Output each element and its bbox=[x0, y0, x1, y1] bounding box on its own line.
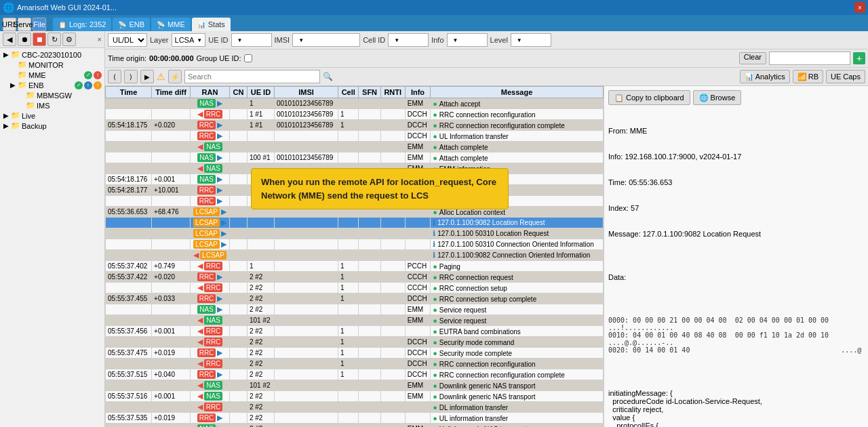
table-row[interactable]: NAS▶ 1 001010123456789 EMM ●Attach accep… bbox=[106, 98, 604, 109]
col-imsi: IMSI bbox=[274, 87, 338, 98]
badge-red: ! bbox=[94, 71, 102, 79]
table-row[interactable]: 05:54:18.175 +0.020 RRC▶ 1 #1 0010101234… bbox=[106, 120, 604, 131]
table-row[interactable]: 05:55:37.456 +0.001 ◀RRC 2 #2 1 ●EUTRA b… bbox=[106, 326, 604, 337]
table-row[interactable]: NAS▶ 2 #2 EMM ●Service request bbox=[106, 304, 604, 315]
uldl-select[interactable]: UL/DL bbox=[108, 33, 147, 47]
table-row[interactable]: NAS▶ 2 #2 EMM ●Uplink generic NAS transp… bbox=[106, 424, 604, 428]
close-button[interactable]: × bbox=[854, 2, 865, 13]
table-row[interactable]: ◀NAS 101 #2 EMM ●Downlink generic NAS tr… bbox=[106, 380, 604, 391]
table-row[interactable]: ◀NAS EMM ●Attach complete bbox=[106, 142, 604, 152]
server-button[interactable]: Server bbox=[18, 18, 31, 31]
table-row[interactable]: LCSAP▶ ℹ127.0.1.100 50310 Location Reque… bbox=[106, 228, 604, 239]
nav-back-button[interactable]: ⟨ bbox=[108, 70, 121, 83]
sidebar-btn-1[interactable]: ◀ bbox=[3, 33, 16, 46]
table-row[interactable]: ◀RRC 2 #2 1 DCCH ●RRC connection reconfi… bbox=[106, 359, 604, 369]
cell-diff bbox=[152, 131, 191, 142]
level-dropdown[interactable]: ▼ bbox=[511, 33, 551, 47]
caps-button[interactable]: UE Caps bbox=[826, 70, 865, 83]
asn-content: initiatingMessage: { procedureCode id-Lo… bbox=[608, 389, 864, 427]
tab-logs[interactable]: 📋 Logs: 2352 bbox=[53, 18, 111, 31]
copy-clipboard-button[interactable]: 📋 Copy to clipboard bbox=[608, 90, 690, 105]
layer-dropdown[interactable]: LCSA ▼ bbox=[172, 33, 206, 47]
cell-rnti bbox=[380, 239, 405, 250]
tree-item-mbmsgw[interactable]: 📁 MBMSGW bbox=[1, 90, 103, 100]
nav-play-button[interactable]: ▶ bbox=[140, 70, 154, 83]
enb-icon: 📡 bbox=[118, 21, 126, 28]
cell-info: DCCH bbox=[405, 120, 430, 131]
tree-item-enb[interactable]: ▶ 📁 ENB ✓ i ! bbox=[1, 80, 103, 90]
cell-imsi bbox=[274, 228, 338, 239]
file-tree: ▶ 📁 CBC-2023010100 📁 MONITOR 📁 MME ✓ ! ▶ bbox=[0, 48, 104, 427]
add-button[interactable]: + bbox=[853, 52, 865, 64]
table-row[interactable]: ◀RRC 2 #2 ●DL information transfer bbox=[106, 402, 604, 413]
table-row[interactable]: 05:55:37.515 +0.040 RRC▶ 2 #2 1 DCCH ●RR… bbox=[106, 369, 604, 380]
cell-imsi: 001010123456789 bbox=[274, 152, 338, 163]
cell-info: PCCH bbox=[405, 261, 430, 272]
table-row[interactable]: ◀NAS 101 #2 EMM ●Service request bbox=[106, 315, 604, 326]
table-row[interactable]: RRC▶ DCCH ●UL Information transfer bbox=[106, 131, 604, 142]
cell-imsi bbox=[274, 348, 338, 359]
table-row[interactable]: 05:55:37.422 +0.020 RRC▶ 2 #2 1 CCCH ●RR… bbox=[106, 272, 604, 283]
table-row[interactable]: ◀RRC 2 #2 1 DCCH ●Security mode command bbox=[106, 337, 604, 348]
table-row[interactable]: ◀LCSAP ℹ127.0.1.100:9082 Connection Orie… bbox=[106, 250, 604, 261]
detail-from: From: MME bbox=[608, 127, 864, 135]
clear-button[interactable]: Clear bbox=[739, 52, 766, 64]
cell-sfn bbox=[359, 402, 380, 413]
tree-item-monitor[interactable]: 📁 MONITOR bbox=[1, 60, 103, 70]
file-button[interactable]: File bbox=[33, 18, 46, 31]
tree-item-live[interactable]: ▶ 📁 Live bbox=[1, 110, 103, 121]
content-area: Time Time diff RAN CN UE ID IMSI Cell SF… bbox=[105, 86, 868, 427]
cell-rnti bbox=[380, 315, 405, 326]
cell-sfn bbox=[359, 152, 380, 163]
table-row[interactable]: NAS▶ 100 #1 001010123456789 EMM ●Attach … bbox=[106, 152, 604, 163]
cell-sfn bbox=[359, 261, 380, 272]
sidebar-btn-3[interactable]: ⏹ bbox=[33, 33, 46, 46]
cell-time: 05:54:28.177 bbox=[106, 185, 152, 196]
table-row[interactable]: 05:55:37.402 +0.749 ◀RRC 1 1 PCCH ●Pagin… bbox=[106, 261, 604, 272]
folder-icon: 📁 bbox=[11, 121, 20, 130]
sidebar-btn-4[interactable]: ↻ bbox=[47, 33, 61, 46]
tree-item-backup[interactable]: ▶ 📁 Backup bbox=[1, 121, 103, 131]
cell-imsi bbox=[274, 391, 338, 402]
cell-imsi bbox=[274, 337, 338, 348]
table-row[interactable]: LCSAP▶ ℹ127.0.1.100:9082 Location Reques… bbox=[106, 218, 604, 228]
info-dropdown[interactable]: ▼ bbox=[447, 33, 488, 47]
tree-label-live: Live bbox=[22, 112, 35, 120]
filter-text-input[interactable] bbox=[769, 52, 850, 65]
sidebar-btn-5[interactable]: ⚙ bbox=[62, 33, 76, 46]
tab-mme[interactable]: 📡 MME bbox=[151, 18, 191, 31]
cell-diff: +0.040 bbox=[152, 369, 191, 380]
tree-item-ims[interactable]: 📁 IMS bbox=[1, 100, 103, 110]
imsi-dropdown[interactable]: ▼ bbox=[292, 33, 360, 47]
group-ue-checkbox[interactable] bbox=[244, 54, 252, 62]
cell-sfn bbox=[359, 142, 380, 152]
table-row[interactable]: 05:55:37.535 +0.019 RRC▶ 2 #2 ●UL inform… bbox=[106, 413, 604, 424]
analytics-button[interactable]: 📊 Analytics bbox=[740, 70, 790, 83]
cell-rnti bbox=[380, 391, 405, 402]
browse-button[interactable]: 🌐 Browse bbox=[693, 90, 742, 105]
tab-enb[interactable]: 📡 ENB bbox=[113, 18, 150, 31]
cell-rnti bbox=[380, 142, 405, 152]
ue-id-dropdown[interactable]: ▼ bbox=[231, 33, 272, 47]
tree-item-cbc[interactable]: ▶ 📁 CBC-2023010100 bbox=[1, 49, 103, 60]
nav-filter-button[interactable]: ⚡ bbox=[168, 70, 182, 83]
sidebar-btn-2[interactable]: ⏺ bbox=[18, 33, 31, 46]
table-row[interactable]: ◀RRC 2 #2 1 CCCH ●RRC connection setup bbox=[106, 283, 604, 293]
table-row[interactable]: 05:55:37.475 +0.019 RRC▶ 2 #2 1 DCCH ●Se… bbox=[106, 348, 604, 359]
search-input[interactable] bbox=[184, 70, 320, 83]
table-row[interactable]: LCSAP▶ ℹ127.0.1.100 50310 Connection Ori… bbox=[106, 239, 604, 250]
table-row[interactable]: 05:55:37.516 +0.001 ◀NAS 2 #2 EMM ●Downl… bbox=[106, 391, 604, 402]
table-row[interactable]: 05:55:37.455 +0.033 RRC▶ 2 #2 1 DCCH ●RR… bbox=[106, 293, 604, 304]
sidebar-close[interactable]: × bbox=[98, 35, 102, 43]
cell-info: EMM bbox=[405, 98, 430, 109]
tree-item-mme[interactable]: 📁 MME ✓ ! bbox=[1, 70, 103, 80]
cell-time bbox=[106, 218, 152, 228]
tab-stats[interactable]: 📊 Stats bbox=[192, 18, 231, 31]
message-table-container[interactable]: Time Time diff RAN CN UE ID IMSI Cell SF… bbox=[105, 86, 604, 427]
table-row[interactable]: ◀RRC 1 #1 001010123456789 1 DCCH ●RRC co… bbox=[106, 109, 604, 120]
cell-id-dropdown[interactable]: ▼ bbox=[388, 33, 429, 47]
cell-rnti bbox=[380, 218, 405, 228]
tab-enb-label: ENB bbox=[129, 20, 144, 28]
nav-forward-button[interactable]: ⟩ bbox=[124, 70, 138, 83]
rb-button[interactable]: 📶 RB bbox=[793, 70, 823, 83]
